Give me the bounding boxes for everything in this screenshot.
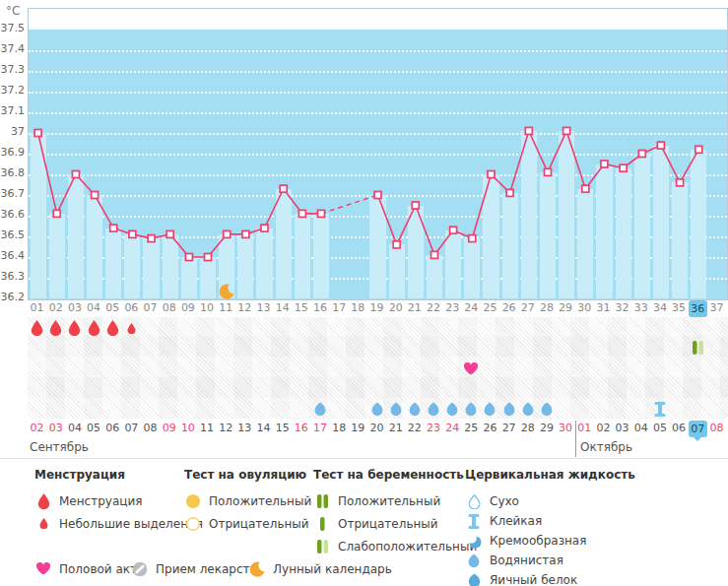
date-oct-05[interactable]: 05: [650, 421, 669, 436]
cycle-day-10[interactable]: 10: [197, 300, 216, 316]
date-sep-24[interactable]: 24: [443, 421, 462, 436]
temp-marker[interactable]: [129, 230, 136, 237]
date-sep-21[interactable]: 21: [386, 421, 405, 436]
temp-marker[interactable]: [582, 185, 589, 192]
cycle-day-08[interactable]: 08: [160, 300, 178, 316]
menstruation-menses-icon-day-5[interactable]: [106, 320, 119, 336]
date-oct-08[interactable]: 08: [707, 421, 726, 436]
temp-marker[interactable]: [205, 254, 212, 261]
temp-marker[interactable]: [657, 142, 664, 149]
cycle-day-13[interactable]: 13: [254, 300, 273, 316]
cycle-day-36[interactable]: 36: [689, 300, 707, 317]
date-sep-03[interactable]: 03: [46, 421, 65, 436]
menstruation-menses-icon-day-4[interactable]: [88, 320, 100, 336]
cervical-fluid-watery-icon-day-24[interactable]: [465, 402, 477, 417]
cycle-day-15[interactable]: 15: [292, 300, 310, 316]
temp-marker[interactable]: [53, 210, 60, 217]
menstruation-menses-icon-day-1[interactable]: [31, 320, 43, 336]
date-oct-06[interactable]: 06: [670, 421, 689, 436]
date-sep-05[interactable]: 05: [84, 421, 102, 436]
cycle-day-25[interactable]: 25: [481, 300, 499, 316]
date-sep-30[interactable]: 30: [557, 421, 575, 436]
cycle-day-34[interactable]: 34: [650, 300, 669, 316]
cycle-day-23[interactable]: 23: [443, 300, 462, 316]
cycle-day-21[interactable]: 21: [405, 300, 424, 316]
calendar-date-row[interactable]: 0203040506070809101112131415161718192021…: [28, 421, 728, 437]
cervical-fluid-watery-icon-day-20[interactable]: [390, 402, 402, 417]
temp-marker[interactable]: [318, 210, 325, 217]
date-sep-17[interactable]: 17: [310, 421, 329, 436]
date-sep-07[interactable]: 07: [122, 421, 141, 436]
cervical-fluid-watery-icon-day-27[interactable]: [522, 402, 534, 417]
temp-marker[interactable]: [620, 164, 627, 171]
temp-marker[interactable]: [545, 168, 552, 175]
temp-marker[interactable]: [469, 235, 476, 242]
cycle-day-37[interactable]: 37: [707, 300, 726, 316]
cycle-day-02[interactable]: 02: [46, 300, 65, 316]
cervical-fluid-watery-icon-day-25[interactable]: [484, 402, 496, 417]
cycle-day-19[interactable]: 19: [367, 300, 386, 316]
date-sep-20[interactable]: 20: [367, 421, 386, 436]
cycle-day-35[interactable]: 35: [670, 300, 689, 316]
temp-marker[interactable]: [185, 254, 192, 261]
temp-marker[interactable]: [677, 179, 684, 186]
temp-marker[interactable]: [92, 192, 99, 199]
temp-marker[interactable]: [148, 235, 155, 242]
date-sep-22[interactable]: 22: [405, 421, 424, 436]
date-sep-26[interactable]: 26: [481, 421, 499, 436]
temp-marker[interactable]: [110, 225, 117, 231]
date-oct-04[interactable]: 04: [631, 421, 650, 436]
cycle-day-12[interactable]: 12: [235, 300, 254, 316]
temp-marker[interactable]: [374, 192, 381, 199]
date-sep-06[interactable]: 06: [103, 421, 122, 436]
temp-marker[interactable]: [601, 161, 608, 167]
menstruation-menses-icon-day-2[interactable]: [49, 320, 62, 336]
cycle-day-20[interactable]: 20: [386, 300, 405, 316]
temp-marker[interactable]: [393, 241, 400, 248]
cycle-day-29[interactable]: 29: [557, 300, 575, 316]
cycle-day-03[interactable]: 03: [65, 300, 84, 316]
temp-marker[interactable]: [166, 230, 173, 237]
cycle-day-33[interactable]: 33: [631, 300, 650, 316]
cycle-day-07[interactable]: 07: [141, 300, 160, 316]
cycle-day-22[interactable]: 22: [424, 300, 442, 316]
temp-marker[interactable]: [488, 171, 495, 178]
temp-marker[interactable]: [563, 127, 570, 134]
menstruation-menses-icon-day-3[interactable]: [68, 320, 81, 336]
cervical-fluid-sticky-icon-day-34[interactable]: [653, 402, 667, 417]
temp-marker[interactable]: [695, 146, 702, 153]
cervical-fluid-watery-icon-day-26[interactable]: [503, 402, 515, 417]
date-sep-13[interactable]: 13: [235, 421, 254, 436]
temp-marker[interactable]: [506, 189, 513, 196]
date-sep-29[interactable]: 29: [537, 421, 556, 436]
temp-marker[interactable]: [298, 210, 305, 217]
cycle-day-26[interactable]: 26: [499, 300, 518, 316]
date-sep-27[interactable]: 27: [499, 421, 518, 436]
date-sep-15[interactable]: 15: [273, 421, 292, 436]
temp-marker[interactable]: [450, 227, 457, 233]
date-oct-02[interactable]: 02: [594, 421, 613, 436]
temp-marker[interactable]: [280, 185, 287, 192]
temp-marker[interactable]: [72, 171, 79, 178]
temperature-plot[interactable]: [28, 8, 728, 300]
cycle-day-30[interactable]: 30: [575, 300, 594, 316]
date-oct-07[interactable]: 07: [689, 421, 707, 437]
temp-marker[interactable]: [412, 202, 419, 209]
temp-marker[interactable]: [34, 130, 41, 137]
cycle-day-11[interactable]: 11: [217, 300, 235, 316]
date-sep-08[interactable]: 08: [141, 421, 160, 436]
pregnancy-test-preg-weak-icon-day-36[interactable]: [692, 340, 704, 356]
cycle-day-28[interactable]: 28: [537, 300, 556, 316]
date-sep-02[interactable]: 02: [28, 421, 46, 436]
date-sep-11[interactable]: 11: [197, 421, 216, 436]
date-oct-01[interactable]: 01: [575, 421, 594, 436]
cervical-fluid-watery-icon-day-19[interactable]: [371, 402, 383, 417]
temp-marker[interactable]: [525, 127, 532, 134]
date-sep-09[interactable]: 09: [160, 421, 178, 436]
temp-marker[interactable]: [431, 251, 438, 258]
cervical-fluid-watery-icon-day-22[interactable]: [428, 402, 439, 417]
cycle-day-24[interactable]: 24: [462, 300, 481, 316]
cycle-day-18[interactable]: 18: [349, 300, 367, 316]
temp-marker[interactable]: [261, 225, 268, 231]
intercourse-heart-icon-day-24[interactable]: [463, 361, 479, 376]
